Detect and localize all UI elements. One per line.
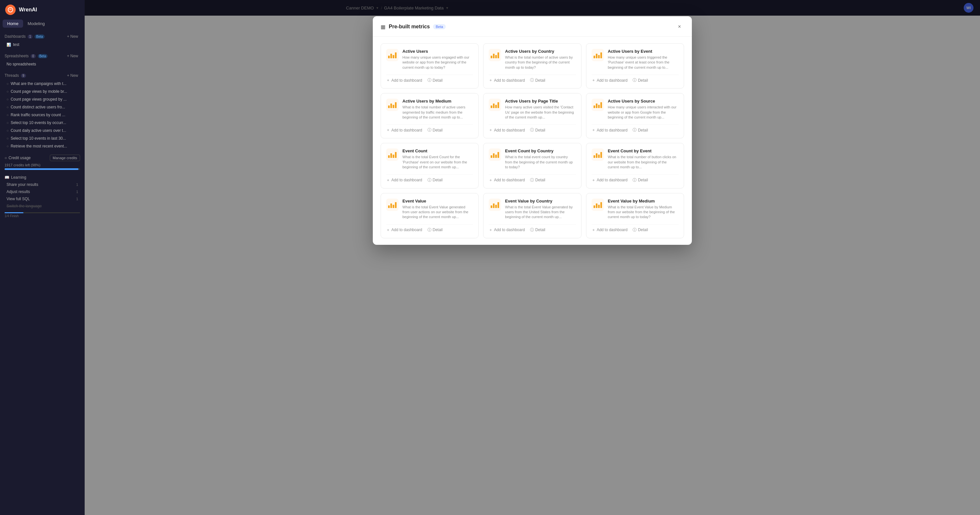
- card-top: Active Users How many unique users engag…: [386, 49, 473, 70]
- add-to-dashboard-button[interactable]: ＋ Add to dashboard: [386, 177, 422, 183]
- detail-button[interactable]: ⓘ Detail: [633, 78, 648, 83]
- card-top: Event Count by Country What is the total…: [489, 148, 576, 170]
- thread-item-2[interactable]: ○Count page views grouped by ...: [5, 95, 80, 103]
- thread-item-8[interactable]: ○Retrieve the most recent event...: [5, 142, 80, 150]
- add-to-dashboard-button[interactable]: ＋ Add to dashboard: [386, 127, 422, 133]
- metric-card: Active Users by Event How many unique us…: [586, 43, 684, 89]
- metric-card: Event Count by Event What is the total n…: [586, 143, 684, 188]
- add-to-dashboard-button[interactable]: ＋ Add to dashboard: [592, 177, 628, 183]
- detail-button[interactable]: ⓘ Detail: [428, 177, 443, 183]
- card-info: Event Count What is the total Event Coun…: [402, 148, 473, 170]
- thread-icon: ○: [6, 113, 9, 117]
- add-to-dashboard-button[interactable]: ＋ Add to dashboard: [489, 127, 525, 133]
- modal-title: Pre-built metrics: [389, 24, 430, 30]
- card-desc: What is the total event count by country…: [505, 155, 576, 170]
- dashboard-icon: 📊: [6, 43, 11, 47]
- card-actions: ＋ Add to dashboard ⓘ Detail: [386, 75, 473, 83]
- new-dashboard-button[interactable]: + New: [65, 33, 80, 40]
- plus-icon: ＋: [592, 177, 595, 183]
- card-top: Active Users by Event How many unique us…: [592, 49, 679, 70]
- card-info: Event Value by Country What is the total…: [505, 199, 576, 220]
- detail-button[interactable]: ⓘ Detail: [530, 177, 545, 183]
- spreadsheets-badge: Beta: [38, 54, 48, 58]
- add-to-dashboard-button[interactable]: ＋ Add to dashboard: [592, 127, 628, 133]
- card-info: Active Users by Medium What is the total…: [402, 99, 473, 120]
- learning-language[interactable]: Switch the language: [5, 202, 80, 210]
- sidebar-header: WrenAI: [0, 0, 85, 19]
- new-spreadsheet-button[interactable]: + New: [65, 53, 80, 59]
- new-thread-button[interactable]: + New: [65, 73, 80, 78]
- card-desc: What is the total Event Value by Medium …: [608, 205, 679, 220]
- card-info: Active Users by Country What is the tota…: [505, 49, 576, 70]
- card-chart-icon: [592, 148, 604, 161]
- learning-share[interactable]: Share your results 1: [5, 181, 80, 188]
- modal-close-button[interactable]: ×: [675, 22, 684, 31]
- card-desc: What is the total Event Value generated …: [402, 205, 473, 220]
- detail-button[interactable]: ⓘ Detail: [633, 227, 648, 233]
- add-to-dashboard-button[interactable]: ＋ Add to dashboard: [386, 227, 422, 233]
- card-desc: What is the total number of active users…: [505, 55, 576, 70]
- info-icon: ⓘ: [530, 177, 534, 183]
- app-logo-text: WrenAI: [19, 7, 37, 13]
- card-title: Active Users by Page Title: [505, 99, 576, 103]
- nav-tabs: Home Modeling: [0, 19, 85, 30]
- add-to-dashboard-button[interactable]: ＋ Add to dashboard: [489, 227, 525, 233]
- spreadsheets-header: Spreadsheets 0 Beta + New: [5, 53, 80, 59]
- add-to-dashboard-button[interactable]: ＋ Add to dashboard: [592, 227, 628, 233]
- add-to-dashboard-button[interactable]: ＋ Add to dashboard: [386, 78, 422, 83]
- card-info: Event Count by Country What is the total…: [505, 148, 576, 170]
- nav-tab-modeling[interactable]: Modeling: [23, 19, 49, 28]
- detail-button[interactable]: ⓘ Detail: [530, 78, 545, 83]
- metric-card: Active Users How many unique users engag…: [380, 43, 479, 89]
- plus-icon: ＋: [489, 127, 493, 133]
- detail-button[interactable]: ⓘ Detail: [428, 127, 443, 133]
- thread-item-6[interactable]: ○Count daily active users over t...: [5, 127, 80, 134]
- card-chart-icon: [592, 49, 604, 61]
- plus-icon: ＋: [592, 227, 595, 233]
- card-actions: ＋ Add to dashboard ⓘ Detail: [592, 175, 679, 183]
- card-top: Event Value by Country What is the total…: [489, 199, 576, 220]
- plus-icon: ＋: [489, 78, 493, 83]
- nav-tab-home[interactable]: Home: [3, 19, 23, 28]
- plus-icon: ＋: [489, 227, 493, 233]
- threads-title: Threads 9: [5, 73, 26, 78]
- thread-item-5[interactable]: ○Select top 10 events by occurr...: [5, 119, 80, 127]
- detail-button[interactable]: ⓘ Detail: [633, 177, 648, 183]
- plus-icon: ＋: [489, 177, 493, 183]
- info-icon: ⓘ: [633, 78, 636, 83]
- no-spreadsheets-label: No spreadsheets: [5, 60, 80, 68]
- card-desc: How many unique users engaged with our w…: [402, 55, 473, 70]
- info-icon: ⓘ: [530, 78, 534, 83]
- detail-button[interactable]: ⓘ Detail: [530, 227, 545, 233]
- modal-title-row: ▦ Pre-built metrics Beta: [380, 24, 446, 30]
- metric-card: Event Value by Country What is the total…: [483, 193, 581, 238]
- modal-body: Active Users How many unique users engag…: [373, 37, 692, 245]
- thread-item-0[interactable]: ○What are the campaigns with t...: [5, 80, 80, 87]
- dashboards-badge: Beta: [35, 35, 45, 39]
- thread-item-7[interactable]: ○Select top 10 events in last 30...: [5, 134, 80, 142]
- learning-sql[interactable]: View full SQL 1: [5, 196, 80, 202]
- thread-item-4[interactable]: ○Rank traffic sources by count ...: [5, 111, 80, 119]
- add-to-dashboard-button[interactable]: ＋ Add to dashboard: [489, 177, 525, 183]
- metric-card: Active Users by Source How many unique u…: [586, 93, 684, 138]
- add-to-dashboard-button[interactable]: ＋ Add to dashboard: [489, 78, 525, 83]
- card-top: Event Count by Event What is the total n…: [592, 148, 679, 170]
- card-desc: What is the total number of button click…: [608, 155, 679, 170]
- detail-button[interactable]: ⓘ Detail: [428, 78, 443, 83]
- thread-item-1[interactable]: ○Count page views by mobile br...: [5, 87, 80, 95]
- detail-button[interactable]: ⓘ Detail: [530, 127, 545, 133]
- card-chart-icon: [489, 199, 501, 211]
- thread-item-3[interactable]: ○Count distinct active users fro...: [5, 103, 80, 111]
- learning-adjust[interactable]: Adjust results 1: [5, 188, 80, 196]
- card-info: Event Count by Event What is the total n…: [608, 148, 679, 170]
- thread-list: ○What are the campaigns with t...○Count …: [5, 80, 80, 150]
- detail-button[interactable]: ⓘ Detail: [428, 227, 443, 233]
- card-desc: How many unique users triggered the 'Pur…: [608, 55, 679, 70]
- detail-button[interactable]: ⓘ Detail: [633, 127, 648, 133]
- spreadsheets-title: Spreadsheets 0 Beta: [5, 54, 48, 58]
- card-top: Active Users by Source How many unique u…: [592, 99, 679, 120]
- dashboard-item-test[interactable]: 📊 test: [5, 41, 80, 49]
- manage-credits-button[interactable]: Manage credits: [50, 155, 80, 161]
- add-to-dashboard-button[interactable]: ＋ Add to dashboard: [592, 78, 628, 83]
- card-info: Active Users by Page Title How many acti…: [505, 99, 576, 120]
